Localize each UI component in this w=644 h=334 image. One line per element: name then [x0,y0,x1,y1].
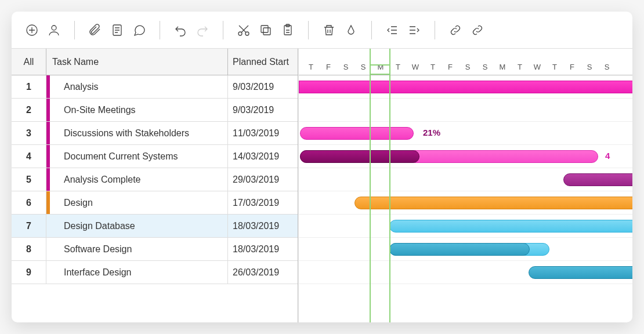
day-label: S [354,63,372,75]
gantt-row [299,75,632,99]
delete-icon[interactable] [319,20,339,40]
link-icon[interactable] [446,20,465,40]
task-bar[interactable] [389,220,632,233]
task-name[interactable]: Analysis Complete [50,168,228,191]
day-label: S [476,63,494,75]
progress-label: 4 [605,151,610,161]
task-name[interactable]: On-Site Meetings [50,99,228,121]
task-name[interactable]: Document Current Systems [50,145,228,168]
comment-icon[interactable] [129,20,149,40]
undo-icon[interactable] [171,20,190,40]
svg-rect-12 [263,28,270,35]
task-start: 18/03/2019 [228,215,298,237]
day-label: T [389,63,407,75]
separator [74,21,75,39]
gantt-row [299,215,632,238]
day-label: W [407,63,424,75]
task-bar[interactable] [299,81,632,93]
day-label: M [372,63,389,75]
task-name[interactable]: Interface Design [50,261,228,284]
svg-rect-13 [261,26,268,32]
day-label: F [320,63,337,75]
task-start: 17/03/2019 [228,191,298,214]
gantt-row [299,168,632,191]
task-name[interactable]: Software Design [50,238,228,260]
day-label: T [546,63,563,75]
task-start: 9/03/2019 [228,99,298,121]
day-label: F [442,63,459,75]
gantt-row [299,238,632,261]
gantt-row [299,99,632,122]
separator [160,21,160,39]
table-row[interactable]: 1Analysis9/03/2019 [12,75,298,99]
person-icon[interactable] [44,20,64,40]
row-number: 1 [12,75,46,98]
row-number: 5 [12,168,46,191]
day-label: T [302,63,320,75]
task-start: 29/03/2019 [228,168,298,191]
row-number: 8 [12,238,46,260]
gantt-row: 4 [299,145,632,168]
task-name[interactable]: Design [50,191,228,214]
row-number: 4 [12,145,46,168]
content-area: All Task Name Planned Start 1Analysis9/0… [12,49,632,322]
table-row[interactable]: 7Design Database18/03/2019 [12,215,298,238]
column-name[interactable]: Task Name [46,49,228,75]
task-bar[interactable] [563,173,632,186]
gantt-body[interactable]: 21% 4 [299,75,632,284]
task-name[interactable]: Discussions with Stakeholders [50,122,228,144]
column-all[interactable]: All [12,49,46,75]
cut-icon[interactable] [234,20,254,40]
task-grid: All Task Name Planned Start 1Analysis9/0… [12,49,298,322]
separator [435,21,435,39]
day-label: S [581,63,598,75]
gantt-header: TFSSMTWTFSSMTWTFSS [299,49,632,75]
task-start: 11/03/2019 [228,122,298,144]
outdent-icon[interactable] [382,20,402,40]
row-number: 2 [12,99,46,121]
day-label: S [598,63,616,75]
task-name[interactable]: Analysis [50,75,228,98]
svg-point-3 [52,26,56,30]
day-label: S [337,63,354,75]
task-name[interactable]: Design Database [50,215,228,237]
table-row[interactable]: 8Software Design18/03/2019 [12,238,298,261]
table-row[interactable]: 3Discussions with Stakeholders11/03/2019 [12,122,298,145]
redo-icon[interactable] [193,20,212,40]
copy-icon[interactable] [256,20,276,40]
progress-bar[interactable] [389,243,530,256]
gantt-row [299,261,632,284]
gantt-row [299,191,632,215]
task-start: 14/03/2019 [228,145,298,168]
toolbar [12,12,632,49]
grid-header: All Task Name Planned Start [12,49,298,75]
task-start: 26/03/2019 [228,261,298,284]
separator [371,21,372,39]
gantt-chart: TFSSMTWTFSSMTWTFSS 21% 4 [298,49,632,322]
indent-icon[interactable] [404,20,424,40]
day-label: T [511,63,529,75]
day-label: S [459,63,476,75]
day-label: T [424,63,442,75]
task-bar[interactable] [354,197,632,209]
separator [223,21,223,39]
day-label: M [494,63,511,75]
table-row[interactable]: 6Design17/03/2019 [12,191,298,215]
table-row[interactable]: 5Analysis Complete29/03/2019 [12,168,298,191]
attach-icon[interactable] [85,20,105,40]
unlink-icon[interactable] [468,20,487,40]
table-row[interactable]: 4Document Current Systems14/03/2019 [12,145,298,168]
add-icon[interactable] [22,20,42,40]
separator [308,21,309,39]
table-row[interactable]: 9Interface Design26/03/2019 [12,261,298,284]
grid-body: 1Analysis9/03/20192On-Site Meetings9/03/… [12,75,298,322]
paste-icon[interactable] [278,20,298,40]
task-bar[interactable] [300,127,414,140]
row-number: 3 [12,122,46,144]
fill-icon[interactable] [341,20,361,40]
task-bar[interactable] [529,266,632,279]
table-row[interactable]: 2On-Site Meetings9/03/2019 [12,99,298,122]
column-start[interactable]: Planned Start [228,49,298,75]
notes-icon[interactable] [107,20,127,40]
progress-bar[interactable] [300,150,419,163]
